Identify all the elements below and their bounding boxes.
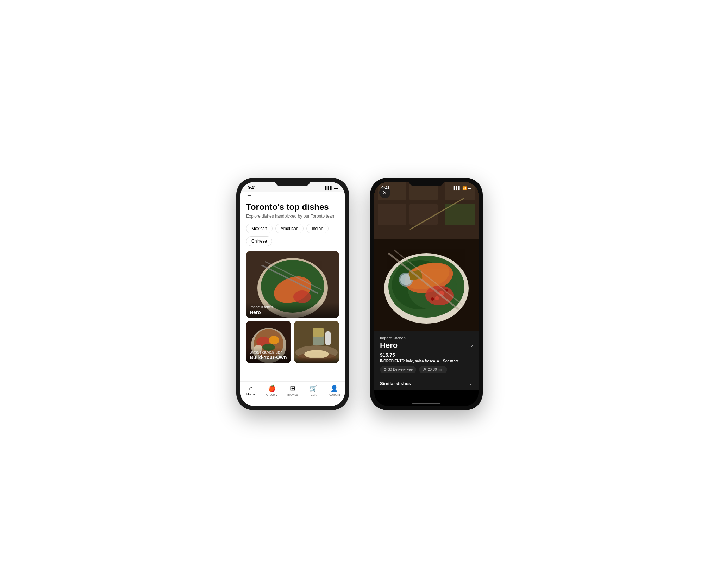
nav-grocery-label: Grocery (266, 393, 277, 396)
detail-dish-row: Hero › (380, 341, 473, 350)
nav-browse[interactable]: ⊞ Browse (282, 384, 303, 396)
status-time-2: 9:41 (381, 186, 390, 190)
chip-chinese[interactable]: Chinese (246, 236, 272, 246)
nav-account-label: Account (329, 393, 340, 396)
nav-home[interactable]: ⌂ Home (240, 384, 261, 396)
signal-icon-2: ▌▌▌ (454, 186, 461, 190)
ingredients-text: kale, salsa fresca, a... (406, 359, 442, 363)
chip-american[interactable]: American (275, 224, 304, 233)
phone-2: 9:41 ▌▌▌ 📶 ▬ (370, 178, 483, 410)
svg-point-4 (293, 290, 311, 303)
nav-cart-label: Cart (311, 393, 317, 396)
status-icons-1: ▌▌▌ ▬ (325, 186, 338, 190)
battery-icon: ▬ (334, 186, 338, 190)
back-button[interactable]: ← (246, 192, 339, 199)
delivery-fee-text: $0 Delivery Fee (388, 368, 413, 371)
grocery-icon: 🍎 (268, 384, 276, 392)
svg-point-37 (435, 296, 439, 300)
notch-1 (275, 178, 310, 186)
screen-1: 9:41 ▌▌▌ ▬ ← Toronto's top dishes Explor… (240, 182, 345, 406)
small-cards-row: Brasa Peruvian Kitch... Build-Your-Own (246, 321, 339, 363)
screen-2: 9:41 ▌▌▌ 📶 ▬ (374, 182, 479, 406)
svg-point-38 (431, 297, 434, 301)
svg-rect-28 (445, 204, 475, 225)
see-more-link[interactable]: See more (443, 359, 459, 363)
detail-restaurant: Impact Kitchen (380, 336, 473, 340)
card-overlay-small-1: Brasa Peruvian Kitch... Build-Your-Own (246, 348, 291, 363)
card-restaurant-large: Impact Kitchen (250, 305, 336, 309)
battery-icon-2: ▬ (468, 186, 471, 190)
delivery-icon: ⊙ (383, 367, 387, 372)
similar-chevron-icon: ⌄ (469, 381, 473, 386)
detail-dish-name: Hero (380, 341, 398, 350)
card-overlay-small-2 (294, 357, 339, 363)
browse-icon: ⊞ (290, 384, 295, 392)
account-icon: 👤 (330, 384, 338, 392)
food-detail-image: ✕ (374, 182, 479, 338)
phone-1: 9:41 ▌▌▌ ▬ ← Toronto's top dishes Explor… (236, 178, 349, 410)
status-time-1: 9:41 (248, 186, 256, 190)
nav-account[interactable]: 👤 Account (324, 384, 345, 396)
food-image-small-2 (294, 321, 339, 363)
card-dish-large: Hero (250, 309, 336, 315)
dark-screen-content: ✕ Impact Kitchen Hero › $15.75 INGREDIEN… (374, 182, 479, 390)
detail-info-panel: Impact Kitchen Hero › $15.75 INGREDIENTS… (374, 331, 479, 390)
chip-indian[interactable]: Indian (306, 224, 329, 233)
delivery-fee-badge: ⊙ $0 Delivery Fee (380, 366, 416, 373)
dish-card-large[interactable]: Impact Kitchen Hero (246, 251, 339, 318)
card-dish-small-1: Build-Your-Own (250, 355, 288, 360)
card-overlay-large: Impact Kitchen Hero (246, 302, 339, 318)
chip-mexican[interactable]: Mexican (246, 224, 273, 233)
wifi-icon: 📶 (462, 186, 467, 190)
detail-badges: ⊙ $0 Delivery Fee ⏱ 20-30 min (380, 366, 473, 373)
dish-card-small-1[interactable]: Brasa Peruvian Kitch... Build-Your-Own (246, 321, 291, 363)
delivery-time-text: 20-30 min (428, 368, 443, 371)
time-icon: ⏱ (423, 368, 426, 372)
detail-price: $15.75 (380, 352, 473, 358)
filter-chips: Mexican American Indian Chinese (246, 224, 339, 246)
bottom-nav: ⌂ Home 🍎 Grocery ⊞ Browse 🛒 Cart 👤 Accou… (240, 381, 345, 406)
nav-active-indicator (247, 393, 255, 393)
home-icon: ⌂ (249, 384, 253, 392)
svg-rect-27 (409, 204, 438, 225)
delivery-time-badge: ⏱ 20-30 min (419, 366, 447, 373)
svg-rect-16 (313, 328, 324, 337)
card-restaurant-small-1: Brasa Peruvian Kitch... (250, 350, 288, 354)
status-icons-2: ▌▌▌ 📶 ▬ (454, 186, 471, 190)
detail-chevron-icon[interactable]: › (471, 343, 473, 348)
home-bar-2 (412, 403, 440, 404)
svg-rect-17 (325, 331, 331, 345)
nav-grocery[interactable]: 🍎 Grocery (261, 384, 282, 396)
similar-dishes-label: Similar dishes (380, 381, 411, 386)
screen-content-1: ← Toronto's top dishes Explore dishes ha… (240, 192, 345, 400)
svg-point-11 (269, 336, 279, 344)
ingredients-label: INGREDIENTS: (380, 359, 405, 363)
signal-icon: ▌▌▌ (325, 186, 333, 190)
nav-cart[interactable]: 🛒 Cart (303, 384, 324, 396)
dish-card-small-2[interactable] (294, 321, 339, 363)
nav-browse-label: Browse (287, 393, 298, 396)
notch-2 (409, 178, 444, 186)
cart-icon: 🛒 (310, 384, 317, 392)
similar-dishes-row[interactable]: Similar dishes ⌄ (380, 377, 473, 386)
detail-ingredients: INGREDIENTS: kale, salsa fresca, a... Se… (380, 359, 473, 363)
page-subtitle: Explore dishes handpicked by our Toronto… (246, 214, 339, 219)
page-title: Toronto's top dishes (246, 202, 339, 212)
svg-rect-26 (378, 204, 406, 225)
